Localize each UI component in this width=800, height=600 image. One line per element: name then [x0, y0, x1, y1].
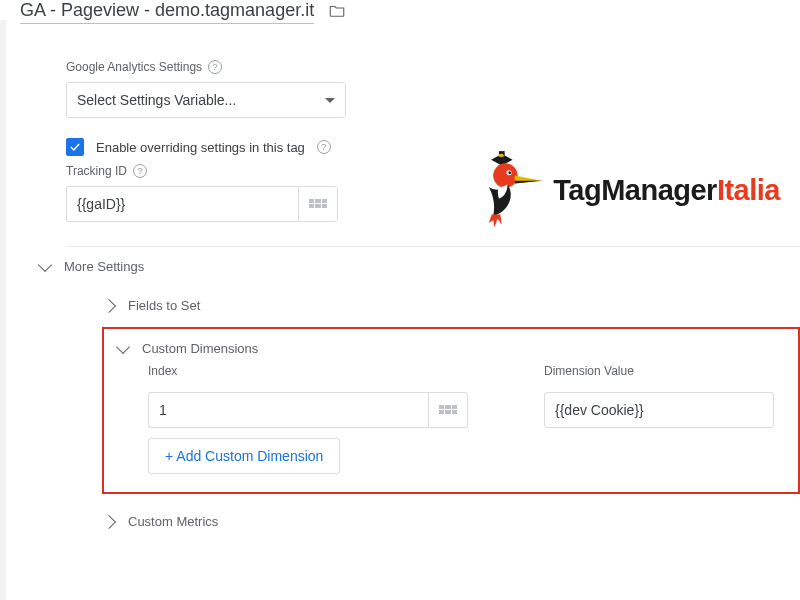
brick-icon	[439, 405, 457, 415]
override-checkbox-label: Enable overriding settings in this tag	[96, 140, 305, 155]
fields-to-set-label: Fields to Set	[128, 298, 200, 313]
variable-picker-button[interactable]	[428, 392, 468, 428]
custom-dimensions-label: Custom Dimensions	[142, 341, 258, 356]
dimension-value-row	[544, 392, 774, 428]
woodpecker-icon	[473, 145, 545, 235]
page-title[interactable]: GA - Pageview - demo.tagmanager.it	[20, 0, 314, 24]
custom-dimensions-section: Custom Dimensions Index + Add Custom	[102, 327, 800, 494]
chevron-down-icon	[325, 98, 335, 103]
select-placeholder: Select Settings Variable...	[77, 92, 236, 108]
svg-point-2	[493, 163, 517, 187]
custom-dimensions-toggle[interactable]: Custom Dimensions	[118, 339, 784, 358]
dimension-index-input[interactable]	[148, 392, 428, 428]
variable-picker-button[interactable]	[298, 186, 338, 222]
fields-to-set-toggle[interactable]: Fields to Set	[102, 286, 800, 325]
chevron-down-icon	[116, 340, 130, 354]
tracking-id-input[interactable]	[66, 186, 298, 222]
brick-icon	[309, 199, 327, 209]
help-icon[interactable]: ?	[133, 164, 147, 178]
title-row: GA - Pageview - demo.tagmanager.it	[20, 0, 800, 28]
help-icon[interactable]: ?	[208, 60, 222, 74]
index-column-header: Index	[148, 364, 510, 378]
svg-point-4	[509, 171, 512, 174]
ga-settings-label: Google Analytics Settings ?	[66, 60, 800, 74]
dimension-index-row	[148, 392, 468, 428]
dimension-value-input[interactable]	[544, 392, 774, 428]
chevron-down-icon	[38, 258, 52, 272]
logo-text-accent: Italia	[717, 174, 780, 206]
add-custom-dimension-button[interactable]: + Add Custom Dimension	[148, 438, 340, 474]
more-settings-toggle[interactable]: More Settings	[40, 247, 800, 286]
help-icon[interactable]: ?	[317, 140, 331, 154]
value-column-header: Dimension Value	[544, 364, 774, 378]
chevron-right-icon	[102, 298, 116, 312]
chevron-right-icon	[102, 514, 116, 528]
tagmanageritalia-logo: TagManagerItalia	[473, 145, 780, 235]
svg-point-1	[498, 154, 504, 157]
custom-metrics-toggle[interactable]: Custom Metrics	[102, 502, 800, 541]
folder-icon[interactable]	[328, 2, 346, 23]
settings-variable-select[interactable]: Select Settings Variable...	[66, 82, 346, 118]
tracking-id-row	[66, 186, 338, 222]
logo-text-main: TagManager	[553, 174, 717, 206]
custom-metrics-label: Custom Metrics	[128, 514, 218, 529]
more-settings-label: More Settings	[64, 259, 144, 274]
override-checkbox[interactable]	[66, 138, 84, 156]
